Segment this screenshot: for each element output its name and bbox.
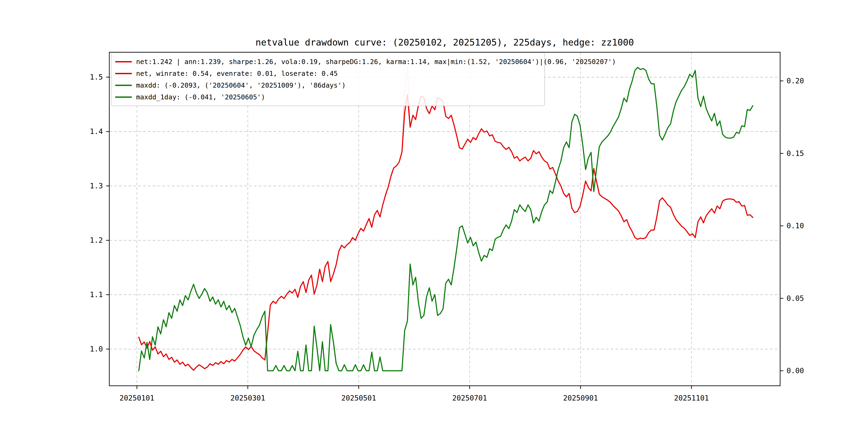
svg-text:0.05: 0.05 <box>786 294 804 303</box>
svg-text:1.2: 1.2 <box>90 236 103 244</box>
legend-label-maxdd: maxdd: (-0.2093, ('20250604', '20251009'… <box>136 82 346 89</box>
legend-box: net:1.242 | ann:1.239, sharpe:1.26, vola… <box>111 53 545 106</box>
figure: 2025010120250301202505012025070120250901… <box>0 0 868 434</box>
svg-text:0.15: 0.15 <box>786 149 804 157</box>
legend-item-net-stats: net:1.242 | ann:1.239, sharpe:1.26, vola… <box>115 56 539 67</box>
svg-text:20251101: 20251101 <box>674 394 709 402</box>
svg-text:0.00: 0.00 <box>786 367 804 375</box>
legend-label-net-winrate: net, winrate: 0.54, evenrate: 0.01, lose… <box>136 70 338 78</box>
net-line-swatch <box>115 61 132 62</box>
net-line-swatch <box>115 73 132 74</box>
legend-item-maxdd: maxdd: (-0.2093, ('20250604', '20251009'… <box>115 79 539 91</box>
svg-text:20250701: 20250701 <box>452 394 487 402</box>
svg-text:20250901: 20250901 <box>563 394 598 402</box>
legend-item-maxdd-1day: maxdd_1day: (-0.041, '20250605') <box>115 91 539 103</box>
chart-title: netvalue drawdown curve: (20250102, 2025… <box>109 37 780 48</box>
svg-text:20250301: 20250301 <box>230 394 265 402</box>
svg-text:1.1: 1.1 <box>90 290 103 299</box>
maxdd-1day-line-swatch <box>115 96 132 98</box>
svg-text:0.20: 0.20 <box>786 76 804 85</box>
svg-text:1.0: 1.0 <box>90 345 103 353</box>
legend-label-maxdd-1day: maxdd_1day: (-0.041, '20250605') <box>136 93 265 101</box>
legend-item-net-winrate: net, winrate: 0.54, evenrate: 0.01, lose… <box>115 67 539 79</box>
maxdd-line-swatch <box>115 85 132 86</box>
svg-text:20250501: 20250501 <box>341 394 376 402</box>
svg-text:1.3: 1.3 <box>90 182 103 190</box>
legend-label-net-stats: net:1.242 | ann:1.239, sharpe:1.26, vola… <box>136 58 616 66</box>
svg-text:1.4: 1.4 <box>90 127 103 135</box>
svg-text:1.5: 1.5 <box>90 73 103 81</box>
svg-text:20250101: 20250101 <box>120 394 154 402</box>
svg-text:0.10: 0.10 <box>786 222 804 230</box>
